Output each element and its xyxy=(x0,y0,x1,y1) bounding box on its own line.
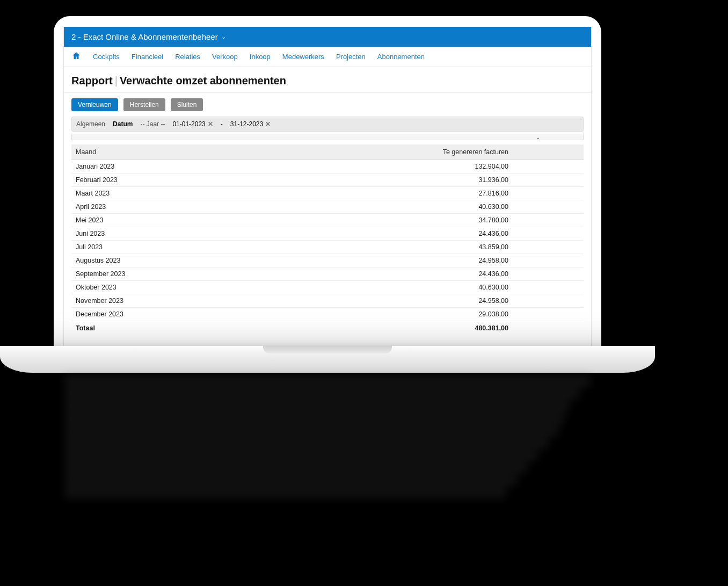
value-cell: 43.859,00 xyxy=(218,241,584,254)
col-value-header[interactable]: Te genereren facturen xyxy=(218,144,584,160)
nav-verkoop[interactable]: Verkoop xyxy=(212,53,238,61)
company-selector-label: 2 - Exact Online & Abonnementenbeheer xyxy=(71,32,218,41)
filter-date-label: Datum xyxy=(113,120,133,128)
value-cell: 24.958,00 xyxy=(218,254,584,267)
col-month-header[interactable]: Maand xyxy=(71,144,218,160)
table-row[interactable]: November 202324.958,00 xyxy=(71,294,584,308)
total-row: Totaal480.381,00 xyxy=(71,321,584,335)
value-cell: 29.038,00 xyxy=(218,308,584,321)
month-cell: November 2023 xyxy=(71,294,218,308)
filter-bar: Algemeen Datum -- Jaar -- 01-01-2023 ✕ -… xyxy=(71,117,584,132)
main-nav: Cockpits Financieel Relaties Verkoop Ink… xyxy=(64,47,591,67)
month-cell: December 2023 xyxy=(71,308,218,321)
nav-inkoop[interactable]: Inkoop xyxy=(250,53,271,61)
date-range-separator: - xyxy=(221,120,223,128)
revenue-table: Maand Te genereren facturen Januari 2023… xyxy=(71,144,584,335)
nav-abonnementen[interactable]: Abonnementen xyxy=(377,53,425,61)
table-row[interactable]: Mei 202334.780,00 xyxy=(71,214,584,227)
clear-date-from-icon[interactable]: ✕ xyxy=(208,120,213,128)
table-row[interactable]: Februari 202331.936,00 xyxy=(71,173,584,187)
date-to-value: 31-12-2023 xyxy=(230,120,263,128)
month-cell: September 2023 xyxy=(71,267,218,281)
month-cell: Maart 2023 xyxy=(71,187,218,200)
value-cell: 34.780,00 xyxy=(218,214,584,227)
table-row[interactable]: December 202329.038,00 xyxy=(71,308,584,321)
value-cell: 132.904,00 xyxy=(218,160,584,173)
value-cell: 24.436,00 xyxy=(218,227,584,241)
value-cell: 31.936,00 xyxy=(218,173,584,187)
collapse-bar[interactable]: ⌄ xyxy=(71,134,584,140)
action-toolbar: Vernieuwen Herstellen Sluiten xyxy=(64,93,591,117)
month-cell: Juni 2023 xyxy=(71,227,218,241)
month-cell: Januari 2023 xyxy=(71,160,218,173)
filter-tab-general[interactable]: Algemeen xyxy=(76,120,105,128)
table-row[interactable]: Juni 202324.436,00 xyxy=(71,227,584,241)
chevron-down-icon: ⌄ xyxy=(221,33,226,40)
chevron-down-icon: ⌄ xyxy=(536,134,540,140)
nav-medewerkers[interactable]: Medewerkers xyxy=(282,53,324,61)
clear-date-to-icon[interactable]: ✕ xyxy=(265,120,271,128)
value-cell: 40.630,00 xyxy=(218,200,584,214)
month-cell: Juli 2023 xyxy=(71,241,218,254)
page-title: Rapport|Verwachte omzet abonnementen xyxy=(71,75,584,87)
date-from-chip[interactable]: 01-01-2023 ✕ xyxy=(172,120,213,128)
table-row[interactable]: Januari 2023132.904,00 xyxy=(71,160,584,173)
table-row[interactable]: Maart 202327.816,00 xyxy=(71,187,584,200)
total-label: Totaal xyxy=(71,321,218,335)
table-row[interactable]: September 202324.436,00 xyxy=(71,267,584,281)
nav-projecten[interactable]: Projecten xyxy=(336,53,366,61)
restore-button[interactable]: Herstellen xyxy=(123,98,165,111)
value-cell: 24.436,00 xyxy=(218,267,584,281)
value-cell: 40.630,00 xyxy=(218,281,584,294)
table-row[interactable]: Oktober 202340.630,00 xyxy=(71,281,584,294)
month-cell: Mei 2023 xyxy=(71,214,218,227)
nav-cockpits[interactable]: Cockpits xyxy=(93,53,120,61)
page-header: Rapport|Verwachte omzet abonnementen xyxy=(64,67,591,93)
home-icon[interactable] xyxy=(71,51,81,62)
nav-financieel[interactable]: Financieel xyxy=(132,53,163,61)
year-dropdown[interactable]: -- Jaar -- xyxy=(140,120,165,128)
date-to-chip[interactable]: 31-12-2023 ✕ xyxy=(230,120,271,128)
value-cell: 24.958,00 xyxy=(218,294,584,308)
table-row[interactable]: Juli 202343.859,00 xyxy=(71,241,584,254)
refresh-button[interactable]: Vernieuwen xyxy=(71,98,118,111)
table-row[interactable]: April 202340.630,00 xyxy=(71,200,584,214)
month-cell: Augustus 2023 xyxy=(71,254,218,267)
month-cell: Oktober 2023 xyxy=(71,281,218,294)
month-cell: Februari 2023 xyxy=(71,173,218,187)
value-cell: 27.816,00 xyxy=(218,187,584,200)
month-cell: April 2023 xyxy=(71,200,218,214)
app-header[interactable]: 2 - Exact Online & Abonnementenbeheer ⌄ xyxy=(64,27,591,47)
table-row[interactable]: Augustus 202324.958,00 xyxy=(71,254,584,267)
date-from-value: 01-01-2023 xyxy=(172,120,205,128)
nav-relaties[interactable]: Relaties xyxy=(175,53,200,61)
close-button[interactable]: Sluiten xyxy=(171,98,203,111)
total-value: 480.381,00 xyxy=(218,321,584,335)
